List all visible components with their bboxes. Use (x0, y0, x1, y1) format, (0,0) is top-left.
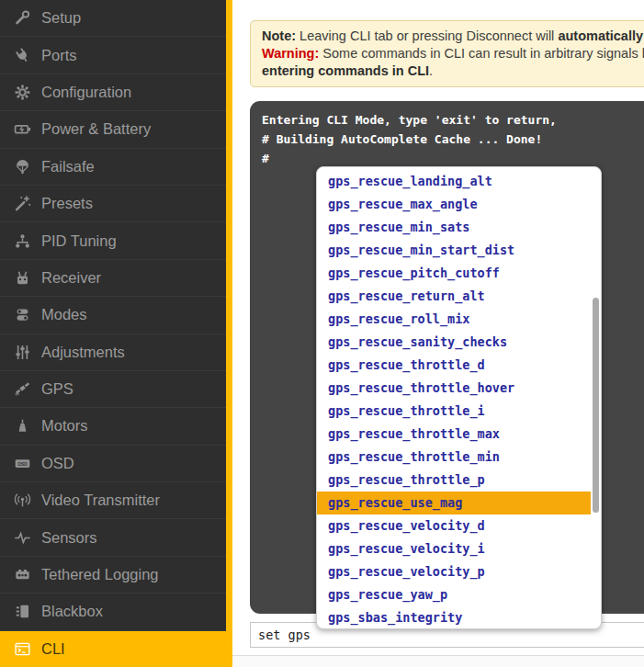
sidebar-item-label: GPS (41, 380, 73, 398)
sidebar-item-label: Presets (41, 195, 93, 212)
autocomplete-item[interactable]: gps_rescue_min_start_dist (317, 239, 591, 262)
sidebar-item-setup[interactable]: Setup (0, 0, 226, 36)
sidebar-item-label: Setup (41, 9, 81, 27)
sidebar-item-label: Tethered Logging (41, 566, 159, 583)
autocomplete-item[interactable]: gps_rescue_roll_mix (317, 308, 591, 331)
sidebar-item-configuration[interactable]: Configuration (0, 73, 226, 110)
autocomplete-item-selected[interactable]: gps_rescue_use_mag (317, 492, 591, 514)
sidebar: SetupPortsConfigurationPower & BatteryFa… (0, 0, 232, 667)
cli-output-line: # Building AutoComplete Cache ... Done! (262, 130, 642, 149)
sidebar-item-label: Power & Battery (41, 120, 151, 138)
autocomplete-item[interactable]: gps_sbas_integrity (317, 606, 591, 629)
magic-wand-icon (13, 195, 31, 213)
cli-output-line: # (262, 149, 642, 168)
sidebar-item-adjustments[interactable]: Adjustments (0, 334, 226, 370)
gear-icon (13, 83, 31, 101)
autocomplete-item[interactable]: gps_rescue_throttle_min (317, 446, 591, 469)
sitemap-icon (13, 232, 31, 250)
autocomplete-list: gps_rescue_landing_altgps_rescue_max_ang… (317, 167, 601, 629)
sidebar-item-label: Blackbox (41, 603, 103, 620)
autocomplete-item[interactable]: gps_rescue_velocity_p (317, 560, 591, 583)
sidebar-item-presets[interactable]: Presets (0, 185, 226, 221)
autocomplete-item[interactable]: gps_rescue_throttle_d (317, 354, 591, 377)
sidebar-item-label: Receiver (41, 269, 101, 287)
waveform-icon (13, 528, 31, 547)
sidebar-item-label: OSD (41, 455, 74, 472)
sidebar-item-label: Adjustments (41, 344, 125, 361)
autocomplete-item[interactable]: gps_rescue_landing_alt (317, 170, 591, 193)
sidebar-item-tethered-logging[interactable]: Tethered Logging (0, 556, 226, 593)
note-line-1: Note: Leaving CLI tab or pressing Discon… (262, 28, 644, 45)
sidebar-item-label: Motors (41, 417, 87, 435)
motor-icon (13, 417, 31, 435)
cli-output-line: Entering CLI Mode, type 'exit' to return… (262, 110, 642, 130)
sidebar-item-label: CLI (41, 640, 65, 658)
autocomplete-item[interactable]: gps_rescue_return_alt (317, 285, 591, 308)
autocomplete-item[interactable]: gps_rescue_throttle_p (317, 469, 591, 492)
logger-icon (13, 566, 31, 584)
sidebar-item-blackbox[interactable]: Blackbox (0, 593, 226, 629)
autocomplete-item[interactable]: gps_rescue_min_sats (317, 216, 591, 239)
broadcast-icon (13, 492, 31, 510)
sidebar-item-label: PID Tuning (41, 232, 117, 250)
autocomplete-item[interactable]: gps_rescue_pitch_cutoff (317, 262, 591, 285)
sidebar-item-ports[interactable]: Ports (0, 36, 226, 73)
terminal-icon (13, 639, 31, 658)
autocomplete-item[interactable]: gps_rescue_velocity_d (317, 514, 591, 537)
wrench-icon (13, 9, 31, 28)
sidebar-item-label: Ports (41, 47, 77, 64)
autocomplete-item[interactable]: gps_rescue_sanity_checks (317, 331, 591, 354)
sidebar-item-osd[interactable]: OSDOSD (0, 445, 226, 481)
autocomplete-item[interactable]: gps_rescue_throttle_hover (317, 377, 591, 400)
content-bottom-strip (232, 655, 644, 667)
sidebar-item-power-battery[interactable]: Power & Battery (0, 110, 226, 147)
svg-text:OSD: OSD (17, 462, 28, 467)
sidebar-item-label: Failsafe (41, 158, 95, 175)
sidebar-item-pid-tuning[interactable]: PID Tuning (0, 221, 226, 258)
note-label: Note: (262, 28, 296, 43)
note-box: Note: Leaving CLI tab or pressing Discon… (250, 20, 644, 87)
autocomplete-item[interactable]: gps_rescue_velocity_i (317, 537, 591, 560)
sliders-icon (13, 343, 31, 361)
sidebar-item-label: Modes (41, 306, 87, 323)
osd-icon: OSD (13, 454, 31, 472)
sidebar-item-receiver[interactable]: Receiver (0, 259, 226, 296)
note-line-3: entering commands in CLI. (262, 62, 644, 80)
sidebar-item-modes[interactable]: Modes (0, 296, 226, 333)
autocomplete-dropdown: gps_rescue_landing_altgps_rescue_max_ang… (316, 166, 602, 629)
autocomplete-item[interactable]: gps_rescue_max_angle (317, 193, 591, 216)
toggles-icon (13, 306, 31, 324)
autocomplete-item[interactable]: gps_rescue_yaw_p (317, 583, 591, 606)
sidebar-item-label: Configuration (41, 84, 131, 101)
blackbox-icon (13, 603, 31, 621)
parachute-icon (13, 157, 31, 175)
satellite-icon (13, 380, 31, 399)
autocomplete-item[interactable]: gps_rescue_throttle_max (317, 423, 591, 446)
sidebar-item-sensors[interactable]: Sensors (0, 518, 226, 555)
sidebar-item-label: Sensors (41, 529, 97, 547)
battery-icon (13, 120, 31, 139)
sidebar-item-cli[interactable]: CLI (0, 630, 226, 667)
sidebar-item-label: Video Transmitter (41, 492, 160, 509)
scrollbar-thumb[interactable] (593, 298, 599, 513)
sidebar-item-gps[interactable]: GPS (0, 370, 226, 407)
autocomplete-item[interactable]: gps_rescue_throttle_i (317, 400, 591, 423)
sidebar-item-failsafe[interactable]: Failsafe (0, 148, 226, 185)
rc-transmitter-icon (13, 268, 31, 287)
sidebar-item-motors[interactable]: Motors (0, 407, 226, 444)
sidebar-item-video-transmitter[interactable]: Video Transmitter (0, 481, 226, 518)
note-line-2: Warning: Some commands in CLI can result… (262, 45, 644, 62)
warning-label: Warning: (262, 46, 319, 61)
plug-icon (13, 46, 31, 64)
